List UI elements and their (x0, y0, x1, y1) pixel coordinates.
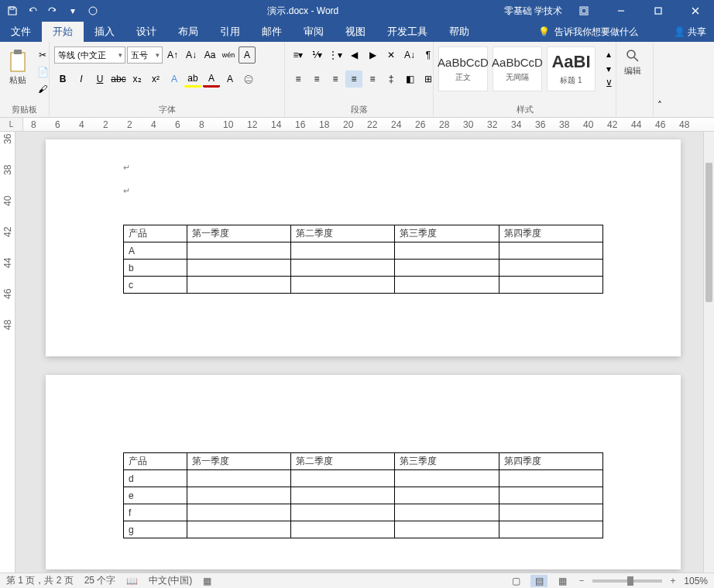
styles-up-button[interactable]: ▴ (600, 47, 617, 61)
subscript-button[interactable]: x₂ (129, 70, 146, 88)
zoom-slider[interactable] (592, 579, 662, 583)
tab-layout[interactable]: 布局 (167, 22, 209, 42)
tab-developer[interactable]: 开发工具 (376, 22, 438, 42)
justify-button[interactable]: ≡ (345, 70, 362, 88)
status-bar: 第 1 页，共 2 页 25 个字 📖 中文(中国) ▦ ▢ ▤ ▦ － ＋ 1… (0, 573, 714, 588)
pages-container[interactable]: ↵ ↵ 产品 第一季度 第二季度 第三季度 第四季度 A b c 产品 第一季度 (23, 132, 703, 573)
account-button[interactable] (568, 0, 599, 22)
status-macro-icon[interactable]: ▦ (203, 576, 211, 586)
styles-down-button[interactable]: ▾ (600, 62, 617, 76)
char-shading-button[interactable]: A (221, 70, 239, 88)
style-normal[interactable]: AaBbCcD 正文 (438, 46, 488, 91)
shading-button[interactable]: ◧ (401, 70, 418, 88)
cut-button[interactable]: ✂ (34, 46, 51, 64)
svg-rect-0 (10, 7, 14, 9)
char-border-button[interactable]: A (239, 46, 256, 64)
vertical-ruler[interactable]: 36384042444648 (0, 132, 15, 573)
tab-design[interactable]: 设计 (125, 22, 167, 42)
line-spacing-button[interactable]: ‡ (383, 70, 400, 88)
page-1[interactable]: ↵ ↵ 产品 第一季度 第二季度 第三季度 第四季度 A b c (46, 139, 681, 356)
document-table-1[interactable]: 产品 第一季度 第二季度 第三季度 第四季度 A b c (123, 225, 603, 294)
horizontal-ruler[interactable]: L 86422468101214161820222426283032343638… (0, 118, 714, 132)
grow-font-button[interactable]: A↑ (164, 46, 181, 64)
close-button[interactable] (680, 0, 711, 22)
redo-button[interactable] (43, 2, 62, 20)
superscript-button[interactable]: x² (147, 70, 164, 88)
tab-help[interactable]: 帮助 (438, 22, 480, 42)
tab-insert[interactable]: 插入 (84, 22, 125, 42)
highlight-button[interactable]: ab (184, 70, 201, 88)
group-clipboard: 粘贴 ✂ 📄 🖌 剪贴板 (0, 42, 50, 117)
phonetic-guide-button[interactable]: wén (220, 46, 237, 64)
collapse-ribbon-button[interactable]: ˄ (654, 97, 666, 114)
group-font: 等线 (中文正 五号 A↑ A↓ Aa wén A B I U abc x₂ x… (50, 42, 285, 117)
style-nospace[interactable]: AaBbCcD 无间隔 (493, 46, 542, 91)
text-effects-button[interactable]: A (166, 70, 183, 88)
status-proofing-icon[interactable]: 📖 (126, 576, 138, 586)
table-row: A (124, 242, 603, 260)
ribbon: 粘贴 ✂ 📄 🖌 剪贴板 等线 (中文正 五号 A↑ A↓ Aa wén A B (0, 42, 714, 118)
scrollbar-thumb[interactable] (705, 163, 712, 302)
status-language[interactable]: 中文(中国) (149, 574, 192, 587)
maximize-button[interactable] (643, 0, 674, 22)
bold-button[interactable]: B (54, 70, 71, 88)
view-web-button[interactable]: ▦ (554, 575, 571, 587)
decrease-indent-button[interactable]: ◀ (345, 46, 362, 64)
strikethrough-button[interactable]: abc (110, 70, 127, 88)
tab-mail[interactable]: 邮件 (251, 22, 293, 42)
page-2[interactable]: 产品 第一季度 第二季度 第三季度 第四季度 d e f g (46, 375, 681, 569)
shrink-font-button[interactable]: A↓ (183, 46, 200, 64)
find-button[interactable]: 编辑 (621, 46, 644, 78)
italic-button[interactable]: I (73, 70, 90, 88)
svg-rect-8 (11, 53, 25, 71)
copy-button[interactable]: 📄 (34, 64, 51, 81)
asian-layout-button[interactable]: ✕ (383, 46, 400, 64)
align-right-button[interactable]: ≡ (327, 70, 344, 88)
qat-more-button[interactable]: ▾ (64, 2, 82, 20)
enclose-char-button[interactable]: ㊁ (240, 70, 257, 88)
zoom-level[interactable]: 105% (684, 576, 708, 586)
vertical-scrollbar[interactable] (703, 132, 714, 573)
paste-button[interactable]: 粘贴 (5, 46, 31, 88)
ribbon-tabs: 文件 开始 插入 设计 布局 引用 邮件 审阅 视图 开发工具 帮助 💡 告诉我… (0, 22, 714, 42)
increase-indent-button[interactable]: ▶ (364, 46, 381, 64)
view-print-button[interactable]: ▤ (530, 575, 548, 587)
bullets-button[interactable]: ≡▾ (290, 46, 307, 64)
save-button[interactable] (3, 2, 22, 20)
view-read-button[interactable]: ▢ (507, 575, 524, 587)
format-painter-button[interactable]: 🖌 (34, 81, 51, 98)
undo-button[interactable] (23, 2, 42, 20)
sort-button[interactable]: A↓ (401, 46, 418, 64)
underline-button[interactable]: U (91, 70, 108, 88)
align-left-button[interactable]: ≡ (290, 70, 307, 88)
font-size-combo[interactable]: 五号 (127, 46, 163, 64)
tab-view[interactable]: 视图 (335, 22, 376, 42)
font-color-button[interactable]: A (203, 70, 220, 88)
ruler-corner[interactable]: L (0, 118, 23, 131)
tab-file[interactable]: 文件 (0, 22, 42, 42)
font-name-combo[interactable]: 等线 (中文正 (54, 46, 125, 64)
minimize-button[interactable] (606, 0, 637, 22)
tab-review[interactable]: 审阅 (293, 22, 335, 42)
table-row: 产品 第一季度 第二季度 第三季度 第四季度 (124, 225, 603, 242)
style-heading1[interactable]: AaBI 标题 1 (547, 46, 596, 91)
tab-home[interactable]: 开始 (42, 22, 84, 42)
tell-me-input[interactable]: 告诉我你想要做什么 (554, 26, 638, 39)
status-page[interactable]: 第 1 页，共 2 页 (6, 574, 74, 587)
touch-mode-button[interactable] (84, 2, 102, 20)
styles-more-button[interactable]: ⊻ (600, 77, 617, 91)
numbering-button[interactable]: ⅟▾ (308, 46, 325, 64)
document-table-2[interactable]: 产品 第一季度 第二季度 第三季度 第四季度 d e f g (123, 452, 603, 538)
multilevel-button[interactable]: ⋮▾ (327, 46, 344, 64)
change-case-button[interactable]: Aa (201, 46, 218, 64)
zoom-in-button[interactable]: ＋ (668, 574, 678, 587)
document-title: 演示.docx - Word (102, 5, 504, 18)
align-center-button[interactable]: ≡ (308, 70, 325, 88)
status-wordcount[interactable]: 25 个字 (84, 574, 116, 587)
table-row: b (124, 260, 603, 277)
share-button[interactable]: 👤 共享 (674, 26, 706, 39)
zoom-out-button[interactable]: － (577, 574, 586, 587)
group-edit: 编辑 (616, 42, 654, 117)
tab-references[interactable]: 引用 (209, 22, 251, 42)
distributed-button[interactable]: ≡ (364, 70, 381, 88)
